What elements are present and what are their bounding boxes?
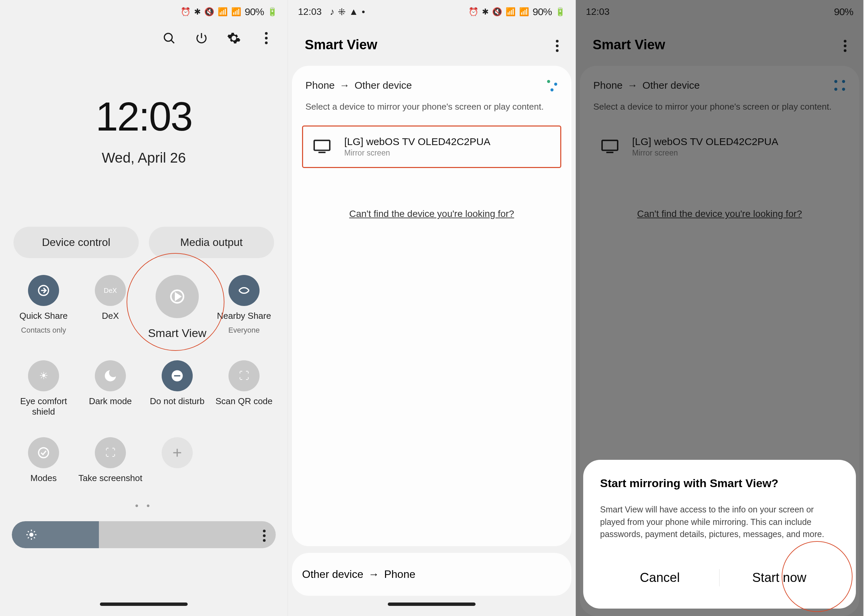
dialog-title: Start mirroring with Smart View? (600, 477, 839, 490)
confirm-dialog: Start mirroring with Smart View? Smart V… (583, 460, 856, 608)
smart-view-confirm-screen: 12:03 90% Smart View Phone → Other devic… (576, 0, 864, 616)
svg-point-7 (38, 448, 48, 458)
dark-mode-icon (95, 360, 126, 391)
battery-icon: 🔋 (267, 7, 277, 17)
smart-view-icon (156, 275, 199, 318)
sun-icon (25, 529, 38, 541)
clock-time: 12:03 (0, 93, 288, 140)
start-now-button[interactable]: Start now (719, 560, 839, 595)
direction-label: Phone → Other device (305, 80, 412, 91)
nav-icon: ▲ (349, 6, 359, 17)
quick-settings-screen: ⏰ ✱ 🔇 📶 📶 90% 🔋 12:03 Wed, April 26 Devi… (0, 0, 288, 616)
slack-icon: ⁜ (338, 6, 346, 17)
tile-dnd[interactable]: Do not disturb (144, 360, 211, 417)
svg-line-16 (34, 537, 35, 538)
svg-marker-4 (176, 294, 180, 300)
gear-icon[interactable] (226, 30, 242, 46)
more-icon[interactable] (258, 30, 274, 46)
eye-comfort-icon: ☀ (28, 360, 59, 391)
more-icon[interactable] (844, 38, 847, 52)
tile-screenshot[interactable]: ⛶ Take screenshot (77, 437, 144, 483)
page-title: Smart View (305, 37, 377, 52)
tile-label: Smart View (148, 326, 206, 340)
dnd-icon (162, 360, 193, 391)
hint-text: Select a device to mirror your phone's s… (590, 98, 849, 122)
wifi-icon: 📶 (505, 7, 516, 17)
tile-eye-comfort[interactable]: ☀ Eye comfort shield (10, 360, 77, 417)
tile-scan-qr[interactable]: ⛶ Scan QR code (211, 360, 277, 417)
tile-label: Do not disturb (150, 396, 205, 407)
tile-label: Take screenshot (78, 473, 142, 483)
tile-label: DeX (102, 311, 119, 321)
device-sub: Mirror screen (344, 148, 490, 157)
alarm-icon: ⏰ (181, 7, 191, 17)
quick-share-icon (28, 275, 59, 306)
nearby-share-icon (228, 275, 260, 306)
device-name: [LG] webOS TV OLED42C2PUA (632, 136, 778, 148)
help-link[interactable]: Can't find the device you're looking for… (590, 209, 849, 219)
battery-percent: 90% (245, 6, 264, 17)
signal-icon: 📶 (231, 7, 241, 17)
tv-icon (601, 140, 618, 154)
battery-percent: 90% (533, 6, 552, 17)
svg-point-10 (29, 533, 33, 537)
brightness-slider[interactable] (12, 521, 276, 548)
dialog-body: Smart View will have access to the info … (600, 503, 839, 540)
battery-icon: 🔋 (555, 7, 565, 17)
tile-label: Scan QR code (215, 396, 272, 407)
tile-quick-share[interactable]: Quick Share Contacts only (10, 275, 77, 340)
music-icon: ♪ (330, 6, 334, 17)
plus-icon (162, 437, 193, 468)
power-icon[interactable] (194, 30, 209, 46)
cancel-button[interactable]: Cancel (600, 560, 719, 595)
bluetooth-icon: ✱ (482, 7, 489, 17)
device-row[interactable]: [LG] webOS TV OLED42C2PUA Mirror screen (302, 126, 561, 168)
tile-label: Modes (30, 473, 57, 483)
alarm-icon: ⏰ (469, 7, 478, 17)
reverse-direction-card[interactable]: Other device → Phone (292, 553, 571, 596)
screenshot-icon: ⛶ (95, 437, 126, 468)
scanning-icon (546, 79, 558, 91)
wifi-icon: 📶 (218, 7, 228, 17)
search-icon[interactable] (161, 30, 177, 46)
tab-device-control[interactable]: Device control (14, 227, 139, 258)
svg-line-15 (28, 531, 29, 532)
svg-point-0 (164, 33, 172, 41)
tile-smart-view[interactable]: Smart View (144, 275, 211, 340)
device-row[interactable]: [LG] webOS TV OLED42C2PUA Mirror screen (590, 126, 849, 168)
status-bar: 12:03 ♪ ⁜ ▲ • ⏰ ✱ 🔇 📶 📶 90% 🔋 (288, 0, 576, 20)
brightness-more-icon[interactable] (263, 528, 266, 542)
tab-media-output[interactable]: Media output (149, 227, 274, 258)
scanning-icon (834, 79, 846, 91)
status-time: 12:03 (298, 6, 322, 17)
modes-icon (28, 437, 59, 468)
tile-sub: Everyone (228, 326, 260, 335)
more-icon[interactable] (556, 38, 559, 52)
svg-rect-19 (314, 140, 330, 150)
tile-nearby-share[interactable]: Nearby Share Everyone (211, 275, 277, 340)
tile-dark-mode[interactable]: Dark mode (77, 360, 144, 417)
tile-dex[interactable]: DeX DeX (77, 275, 144, 340)
dot-icon: • (362, 6, 365, 17)
svg-line-17 (28, 537, 29, 538)
battery-percent: 90% (834, 6, 853, 17)
mute-icon: 🔇 (492, 7, 502, 17)
tile-label: Quick Share (19, 311, 68, 321)
tile-label: Eye comfort shield (10, 396, 77, 417)
nav-handle[interactable] (388, 602, 475, 606)
tile-add[interactable] (144, 437, 211, 483)
hint-text: Select a device to mirror your phone's s… (302, 98, 561, 122)
dex-icon: DeX (95, 275, 126, 306)
tile-modes[interactable]: Modes (10, 437, 77, 483)
nav-handle[interactable] (100, 602, 188, 606)
qr-icon: ⛶ (228, 360, 260, 391)
status-time: 12:03 (586, 6, 609, 17)
tile-sub: Contacts only (21, 326, 66, 335)
device-name: [LG] webOS TV OLED42C2PUA (344, 136, 490, 148)
help-link[interactable]: Can't find the device you're looking for… (302, 209, 561, 219)
svg-rect-6 (174, 375, 180, 377)
smart-view-screen: 12:03 ♪ ⁜ ▲ • ⏰ ✱ 🔇 📶 📶 90% 🔋 Smart View… (288, 0, 576, 616)
mute-icon: 🔇 (204, 7, 214, 17)
signal-icon: 📶 (519, 7, 529, 17)
pager-dots: • • (0, 500, 288, 511)
